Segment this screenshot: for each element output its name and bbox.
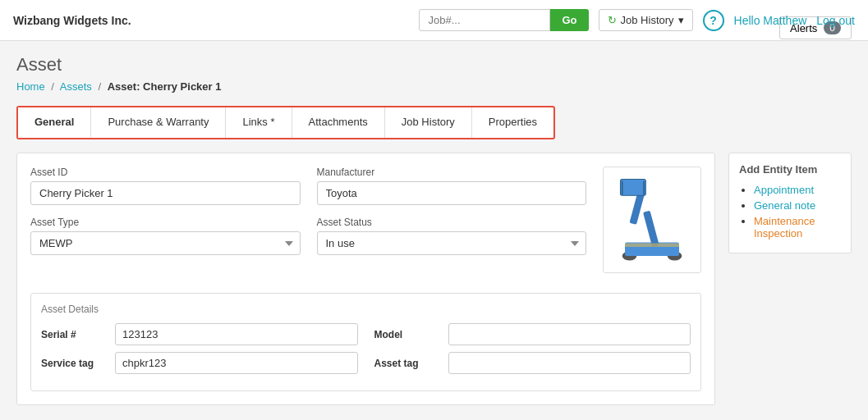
- breadcrumb: Home / Assets / Asset: Cherry Picker 1: [16, 80, 852, 93]
- col-asset-status: Asset Status In use: [317, 217, 587, 255]
- list-item-maintenance: Maintenance Inspection: [754, 215, 841, 240]
- tab-links[interactable]: Links *: [226, 107, 292, 138]
- details-row-service-tag-asset-tag: Service tag Asset tag: [41, 352, 691, 374]
- details-col-serial: Serial #: [41, 323, 358, 345]
- breadcrumb-separator-1: /: [51, 80, 54, 93]
- header: Wizbang Widgets Inc. Go ↻ Job History ▾ …: [0, 0, 868, 41]
- details-row-serial-model: Serial # Model: [41, 323, 691, 345]
- svg-rect-3: [643, 211, 659, 248]
- col-asset-id: Asset ID: [30, 167, 301, 205]
- details-col-asset-tag: Asset tag: [374, 352, 691, 374]
- tab-properties[interactable]: Properties: [472, 107, 553, 138]
- asset-id-label: Asset ID: [30, 167, 301, 178]
- asset-image: [603, 167, 701, 273]
- top-form-section: Asset ID Manufacturer Asset Type: [30, 167, 701, 286]
- logout-button[interactable]: Log out: [816, 14, 855, 27]
- go-button[interactable]: Go: [550, 9, 588, 31]
- refresh-icon: ↻: [608, 14, 617, 26]
- list-item-appointment: Appointment: [754, 184, 841, 196]
- add-entity-list: Appointment General note Maintenance Ins…: [739, 184, 841, 240]
- dropdown-arrow-icon: ▾: [678, 14, 684, 26]
- service-tag-input[interactable]: [115, 352, 358, 374]
- tab-general[interactable]: General: [18, 107, 91, 138]
- asset-details-box: Asset Details Serial # Model Service tag: [30, 293, 701, 391]
- serial-label: Serial #: [41, 329, 107, 340]
- col-asset-type: Asset Type MEWP: [30, 217, 301, 255]
- svg-rect-8: [625, 244, 679, 247]
- job-history-button[interactable]: ↻ Job History ▾: [599, 9, 693, 31]
- details-col-model: Model: [374, 323, 691, 345]
- page-content: Alerts 0 Asset Home / Assets / Asset: Ch…: [0, 41, 868, 418]
- asset-id-input[interactable]: [30, 181, 301, 205]
- service-tag-label: Service tag: [41, 358, 107, 369]
- model-input[interactable]: [448, 323, 691, 345]
- tab-purchase-warranty[interactable]: Purchase & Warranty: [91, 107, 226, 138]
- asset-status-select[interactable]: In use: [317, 231, 587, 255]
- cherry-picker-svg: [615, 175, 689, 265]
- serial-input[interactable]: [115, 323, 358, 345]
- svg-rect-5: [621, 180, 646, 196]
- breadcrumb-current: Asset: Cherry Picker 1: [108, 80, 222, 93]
- job-history-label: Job History: [621, 14, 674, 26]
- tab-job-history[interactable]: Job History: [385, 107, 472, 138]
- add-entity-panel: Add Entity Item Appointment General note…: [728, 153, 852, 253]
- side-panel: Add Entity Item Appointment General note…: [728, 153, 852, 405]
- details-col-service-tag: Service tag: [41, 352, 358, 374]
- general-note-link[interactable]: General note: [754, 199, 815, 212]
- appointment-link[interactable]: Appointment: [754, 184, 814, 196]
- maintenance-link[interactable]: Maintenance Inspection: [754, 215, 815, 240]
- search-bar: Go: [419, 9, 588, 31]
- asset-type-select[interactable]: MEWP: [30, 231, 301, 255]
- top-form-left: Asset ID Manufacturer Asset Type: [30, 167, 586, 286]
- asset-tag-input[interactable]: [448, 352, 691, 374]
- asset-type-label: Asset Type: [30, 217, 301, 228]
- breadcrumb-home[interactable]: Home: [16, 80, 45, 93]
- page-title: Asset: [16, 54, 852, 75]
- tabs-container: General Purchase & Warranty Links * Atta…: [16, 106, 555, 139]
- add-entity-title: Add Entity Item: [739, 163, 841, 176]
- row-asset-id-manufacturer: Asset ID Manufacturer: [30, 167, 586, 205]
- list-item-general-note: General note: [754, 199, 841, 212]
- breadcrumb-separator-2: /: [98, 80, 101, 93]
- asset-status-label: Asset Status: [317, 217, 587, 228]
- manufacturer-label: Manufacturer: [317, 167, 587, 178]
- company-logo: Wizbang Widgets Inc.: [13, 14, 131, 27]
- col-manufacturer: Manufacturer: [317, 167, 587, 205]
- model-label: Model: [374, 329, 440, 340]
- breadcrumb-assets[interactable]: Assets: [60, 80, 92, 93]
- search-input[interactable]: [419, 9, 550, 31]
- asset-tag-label: Asset tag: [374, 358, 440, 369]
- tab-attachments[interactable]: Attachments: [292, 107, 385, 138]
- help-button[interactable]: ?: [703, 10, 724, 31]
- user-greeting[interactable]: Hello Matthew: [734, 14, 807, 27]
- row-asset-type-status: Asset Type MEWP Asset Status In use: [30, 217, 586, 255]
- manufacturer-input[interactable]: [317, 181, 587, 205]
- asset-details-title: Asset Details: [41, 304, 691, 315]
- main-layout: Asset ID Manufacturer Asset Type: [16, 153, 852, 405]
- main-panel: Asset ID Manufacturer Asset Type: [16, 153, 715, 405]
